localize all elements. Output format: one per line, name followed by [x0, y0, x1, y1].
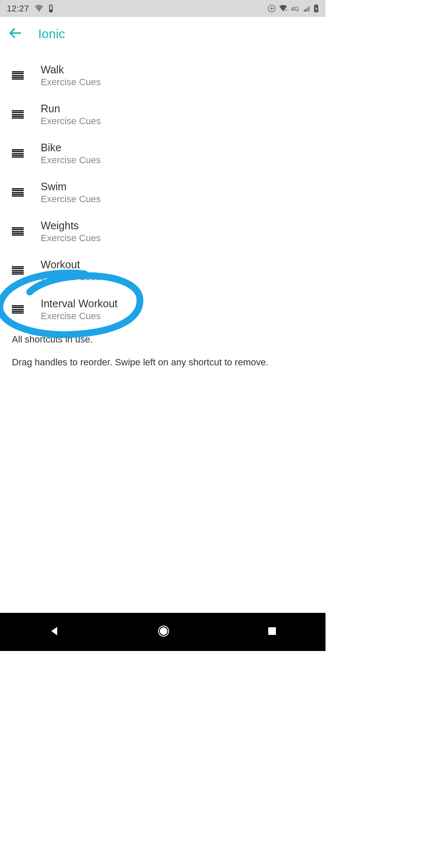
exercise-title: Workout — [41, 259, 101, 271]
status-time: 12:27 — [7, 4, 29, 14]
exercise-title: Swim — [41, 181, 101, 193]
shortcuts-status: All shortcuts in use. — [12, 333, 314, 346]
exercise-row[interactable]: RunExercise Cues — [0, 95, 326, 134]
exercise-text: SwimExercise Cues — [41, 181, 101, 205]
exercise-subtitle: Exercise Cues — [41, 77, 101, 88]
exercise-title: Walk — [41, 64, 101, 76]
exercise-text: Interval WorkoutExercise Cues — [41, 298, 118, 322]
drag-handle-icon[interactable] — [12, 305, 24, 314]
exercise-text: RunExercise Cues — [41, 103, 101, 127]
svg-text:?: ? — [38, 7, 40, 11]
exercise-row[interactable]: SwimExercise Cues — [0, 173, 326, 212]
status-bar: 12:27 ? x 4G — [0, 0, 326, 17]
svg-text:x: x — [285, 8, 287, 12]
exercise-title: Interval Workout — [41, 298, 118, 310]
signal-icon — [303, 5, 310, 12]
page-title: Ionic — [38, 27, 65, 41]
nav-home-button[interactable] — [157, 625, 170, 639]
network-label: 4G — [291, 5, 299, 12]
svg-rect-6 — [315, 4, 317, 5]
exercise-subtitle: Exercise Cues — [41, 116, 101, 127]
exercise-subtitle: Exercise Cues — [41, 194, 101, 205]
exercise-title: Run — [41, 103, 101, 115]
footer-notes: All shortcuts in use. Drag handles to re… — [0, 329, 326, 368]
nav-back-button[interactable] — [49, 626, 60, 638]
exercise-row[interactable]: WalkExercise Cues — [0, 56, 326, 95]
exercise-subtitle: Exercise Cues — [41, 311, 118, 322]
exercise-text: BikeExercise Cues — [41, 142, 101, 166]
exercise-row[interactable]: WorkoutExercise Cues — [0, 251, 326, 290]
drag-handle-icon[interactable] — [12, 227, 24, 236]
device-icon — [49, 4, 53, 13]
wifi-x-icon: x — [279, 5, 287, 12]
svg-point-8 — [160, 627, 167, 635]
exercise-subtitle: Exercise Cues — [41, 272, 101, 283]
drag-handle-icon[interactable] — [12, 110, 24, 119]
app-bar: Ionic — [0, 17, 326, 51]
svg-rect-9 — [268, 627, 276, 635]
plus-circle-icon — [268, 5, 275, 12]
exercise-row[interactable]: Interval WorkoutExercise Cues — [0, 290, 326, 329]
back-button[interactable] — [8, 28, 21, 40]
drag-handle-icon[interactable] — [12, 149, 24, 158]
exercise-row[interactable]: WeightsExercise Cues — [0, 212, 326, 251]
wifi-question-icon: ? — [34, 5, 44, 12]
exercise-title: Bike — [41, 142, 101, 154]
exercise-text: WorkoutExercise Cues — [41, 259, 101, 283]
drag-handle-icon[interactable] — [12, 188, 24, 197]
drag-handle-icon[interactable] — [12, 71, 24, 80]
exercise-text: WalkExercise Cues — [41, 64, 101, 88]
drag-handle-icon[interactable] — [12, 266, 24, 275]
exercise-subtitle: Exercise Cues — [41, 233, 101, 244]
exercise-list: WalkExercise CuesRunExercise CuesBikeExe… — [0, 51, 326, 329]
exercise-title: Weights — [41, 220, 101, 232]
reorder-instructions: Drag handles to reorder. Swipe left on a… — [12, 356, 314, 369]
svg-rect-2 — [50, 6, 52, 10]
exercise-row[interactable]: BikeExercise Cues — [0, 134, 326, 173]
android-nav-bar — [0, 613, 326, 651]
battery-charging-icon — [314, 4, 319, 13]
exercise-text: WeightsExercise Cues — [41, 220, 101, 244]
exercise-subtitle: Exercise Cues — [41, 155, 101, 166]
nav-recent-button[interactable] — [267, 626, 277, 637]
